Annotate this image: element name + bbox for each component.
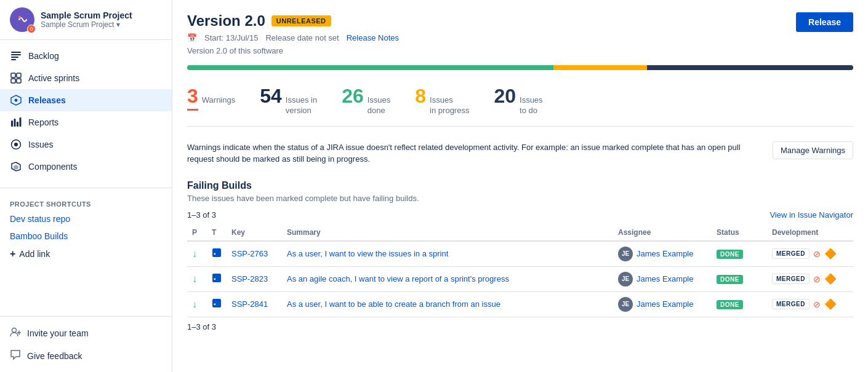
svg-point-16: [14, 143, 18, 146]
backlog-icon: [10, 50, 22, 62]
sidebar-item-backlog[interactable]: Backlog: [0, 45, 172, 67]
progress-done: [187, 65, 553, 70]
type-cell: ▪: [207, 266, 227, 291]
version-description: Version 2.0 of this software: [187, 46, 399, 55]
release-button[interactable]: Release: [796, 12, 853, 32]
give-feedback-label: Give feedback: [27, 351, 82, 361]
summary-cell: As a user, I want to view the issues in …: [282, 241, 613, 267]
assignee-name[interactable]: James Example: [637, 299, 693, 309]
summary-link[interactable]: As an agile coach, I want to view a repo…: [287, 274, 509, 283]
priority-icon: ↓: [192, 248, 197, 259]
issues-version-label: Issues in version: [286, 95, 317, 116]
shortcut-dev-status-repo[interactable]: Dev status repo: [0, 210, 172, 228]
give-feedback-item[interactable]: Give feedback: [0, 344, 172, 367]
assignee-name[interactable]: James Example: [637, 274, 693, 283]
backlog-label: Backlog: [28, 51, 59, 61]
warnings-label: Warnings: [202, 95, 235, 106]
components-icon: [10, 160, 22, 173]
header-left: Version 2.0 UNRELEASED 📅 Start: 13/Jul/1…: [187, 12, 399, 55]
issue-key-link[interactable]: SSP-2763: [231, 249, 268, 258]
svg-point-1: [18, 16, 21, 18]
table-row: ↓ ▪ SSP-2823 As an agile coach, I want t…: [187, 266, 853, 291]
releases-icon: [10, 94, 22, 106]
issues-done-label: Issues done: [368, 95, 391, 116]
invite-team-label: Invite your team: [27, 328, 89, 338]
summary-link[interactable]: As a user, I want to be able to create a…: [287, 299, 500, 309]
svg-rect-5: [11, 59, 16, 60]
main-content: Version 2.0 UNRELEASED 📅 Start: 13/Jul/1…: [172, 0, 868, 372]
failing-builds-title: Failing Builds: [187, 180, 853, 191]
build-icon: 🔶: [824, 273, 837, 285]
assignee-cell: JE James Example: [613, 266, 712, 291]
summary-cell: As an agile coach, I want to view a repo…: [282, 266, 613, 291]
assignee-cell: JE James Example: [613, 291, 712, 317]
assignee-name[interactable]: James Example: [637, 249, 693, 258]
active-sprints-label: Active sprints: [28, 73, 79, 83]
sidebar-item-active-sprints[interactable]: Active sprints: [0, 67, 172, 89]
add-link-button[interactable]: + Add link: [0, 245, 172, 263]
priority-cell: ↓: [187, 241, 207, 267]
priority-icon: ↓: [192, 299, 197, 309]
project-avatar: 0: [10, 7, 34, 32]
progress-inprogress: [553, 65, 646, 70]
svg-rect-14: [20, 117, 22, 127]
sidebar-divider-1: [0, 188, 172, 188]
feedback-icon: [10, 349, 21, 362]
sidebar-item-issues[interactable]: Issues: [0, 133, 172, 156]
sidebar-item-reports[interactable]: Reports: [0, 111, 172, 133]
warnings-section: Warnings indicate when the status of a J…: [187, 141, 853, 165]
type-cell: ▪: [207, 241, 227, 267]
plus-icon: +: [10, 248, 15, 259]
sidebar-nav: Backlog Active sprints Releases: [0, 40, 172, 183]
merged-badge: MERGED: [772, 299, 810, 309]
build-icon: 🔶: [824, 248, 837, 259]
summary-link[interactable]: As a user, I want to view the issues in …: [287, 249, 448, 258]
stat-issues-inprogress: 8 Issues in progress: [415, 85, 469, 116]
issue-key-cell: SSP-2763: [227, 241, 282, 267]
manage-warnings-button[interactable]: Manage Warnings: [773, 141, 853, 159]
svg-rect-7: [17, 73, 21, 77]
issues-icon: [10, 138, 22, 151]
assignee-avatar: JE: [618, 297, 633, 312]
table-count-bottom: 1–3 of 3: [187, 317, 853, 336]
project-sub: Sample Scrum Project ▾: [41, 20, 132, 29]
issue-key-link[interactable]: SSP-2841: [231, 299, 268, 309]
svg-rect-2: [11, 52, 21, 53]
svg-rect-9: [17, 79, 21, 83]
svg-point-10: [15, 99, 18, 102]
status-cell: DONE: [712, 266, 767, 291]
col-header-p: P: [187, 224, 207, 241]
table-row: ↓ ▪ SSP-2841 As a user, I want to be abl…: [187, 291, 853, 317]
issues-version-count: 54: [260, 85, 282, 108]
sidebar-item-releases[interactable]: Releases: [0, 89, 172, 111]
warning-icon: ⊘: [813, 299, 821, 309]
view-in-navigator-link[interactable]: View in Issue Navigator: [770, 210, 853, 220]
project-header[interactable]: 0 Sample Scrum Project Sample Scrum Proj…: [0, 0, 172, 40]
progress-bar: [187, 65, 853, 70]
sidebar-item-components[interactable]: Components: [0, 156, 172, 178]
summary-cell: As a user, I want to be able to create a…: [282, 291, 613, 317]
svg-rect-4: [11, 57, 18, 58]
dev-cell: MERGED ⊘ 🔶: [767, 266, 853, 291]
svg-rect-8: [11, 79, 15, 83]
issue-key-link[interactable]: SSP-2823: [231, 274, 268, 283]
version-meta: 📅 Start: 13/Jul/15 Release date not set …: [187, 33, 399, 42]
issues-done-count: 26: [342, 85, 364, 108]
merged-badge: MERGED: [772, 274, 810, 284]
col-header-development: Development: [767, 224, 853, 241]
release-notes-link[interactable]: Release Notes: [347, 33, 399, 42]
svg-rect-11: [11, 121, 13, 127]
warnings-count: 3: [187, 85, 198, 111]
issues-inprogress-label: Issues in progress: [430, 95, 469, 116]
table-meta: 1–3 of 3 View in Issue Navigator: [187, 210, 853, 220]
merged-badge: MERGED: [772, 248, 810, 259]
version-heading: Version 2.0: [187, 12, 265, 30]
col-header-t: T: [207, 224, 227, 241]
sidebar: 0 Sample Scrum Project Sample Scrum Proj…: [0, 0, 172, 372]
status-cell: DONE: [712, 241, 767, 267]
invite-team-item[interactable]: Invite your team: [0, 322, 172, 344]
table-header-row: P T Key Summary Assignee Status Developm…: [187, 224, 853, 241]
version-title: Version 2.0 UNRELEASED: [187, 12, 399, 30]
shortcut-bamboo-builds[interactable]: Bamboo Builds: [0, 228, 172, 245]
priority-cell: ↓: [187, 266, 207, 291]
